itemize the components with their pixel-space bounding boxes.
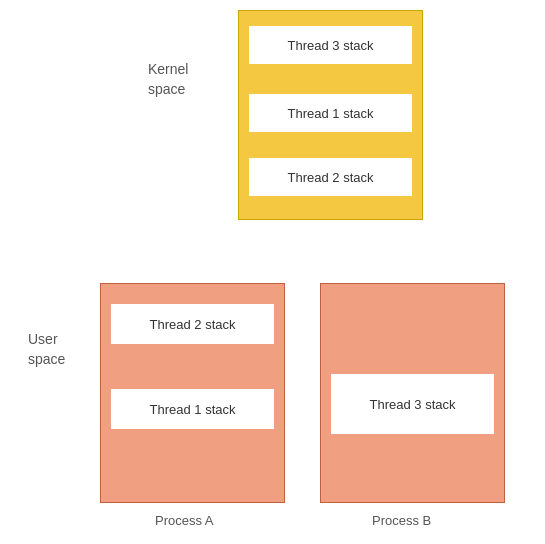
user-space-label: User space	[28, 330, 65, 369]
kernel-space-label: Kernel space	[148, 60, 188, 99]
process-a-label: Process A	[155, 513, 214, 528]
diagram: Kernel space Thread 3 stack Thread 1 sta…	[0, 0, 545, 544]
process-a-thread2-stripe: Thread 2 stack	[111, 304, 274, 344]
process-a-thread1-stripe: Thread 1 stack	[111, 389, 274, 429]
kernel-box: Thread 3 stack Thread 1 stack Thread 2 s…	[238, 10, 423, 220]
kernel-thread3-stripe: Thread 3 stack	[249, 26, 412, 64]
kernel-thread2-stripe: Thread 2 stack	[249, 158, 412, 196]
process-b-box: Thread 3 stack	[320, 283, 505, 503]
process-b-label: Process B	[372, 513, 431, 528]
kernel-thread1-stripe: Thread 1 stack	[249, 94, 412, 132]
process-b-thread3-stripe: Thread 3 stack	[331, 374, 494, 434]
process-a-box: Thread 2 stack Thread 1 stack	[100, 283, 285, 503]
